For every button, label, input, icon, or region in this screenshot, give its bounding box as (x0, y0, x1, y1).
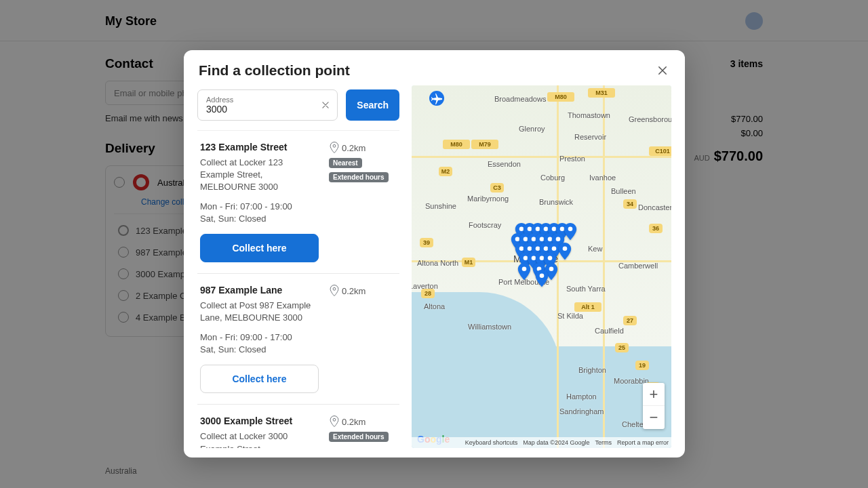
highway-shield: 39 (420, 238, 433, 247)
highway-shield: M2 (439, 167, 452, 176)
result-address: Collect at Locker 3000 Example Street, M… (200, 430, 319, 448)
highway-shield: 34 (623, 199, 637, 209)
result-hours: Mon - Fri: 09:00 - 17:00Sat, Sun: Closed (200, 331, 319, 357)
city-label: St Kilda (557, 312, 583, 320)
highway-shield: 28 (421, 289, 435, 298)
city-label: South Yarra (566, 285, 606, 293)
highway-shield: M80 (547, 92, 574, 102)
distance-value: 0.2km (342, 143, 366, 153)
highway-shield: Alt 1 (574, 302, 601, 312)
result-address: Collect at Locker 123 Example Street, ME… (200, 157, 319, 194)
address-input[interactable]: Address 3000 (197, 89, 338, 121)
city-label: Williamstown (468, 323, 511, 331)
pin-icon (329, 142, 340, 154)
city-label: Altona (424, 302, 445, 310)
city-label: Maribyrnong (467, 195, 509, 203)
city-label: Essendon (488, 160, 521, 168)
highway-shield: C101 (649, 146, 671, 156)
highway-shield: M80 (443, 140, 470, 149)
report-error-link[interactable]: Report a map error (617, 439, 669, 446)
highway-shield: C3 (490, 183, 504, 192)
modal-title: Find a collection point (199, 62, 350, 79)
highway-shield: 25 (615, 343, 629, 352)
result-card: 123 Example Street Collect at Locker 123… (197, 131, 399, 274)
map-footer: Keyboard shortcuts Map data ©2024 Google… (412, 437, 671, 448)
distance-row: 0.2km (329, 142, 366, 154)
city-label: Caulfield (595, 327, 624, 335)
results-column: Address 3000 Search 123 Example Street C… (197, 85, 399, 448)
highway-shield: M1 (462, 258, 475, 267)
city-label: Altona North (417, 259, 458, 267)
city-label: Sunshine (425, 202, 456, 210)
map-marker[interactable] (564, 223, 577, 241)
result-name: 3000 Example Street (200, 415, 319, 426)
city-label: Sandringham (559, 407, 604, 415)
city-label: Glenroy (519, 125, 545, 133)
city-label: Footscray (469, 221, 501, 229)
nearest-badge: Nearest (329, 158, 362, 168)
map-marker[interactable] (517, 263, 531, 281)
collection-point-modal: Find a collection point Address 3000 Sea… (184, 50, 685, 458)
keyboard-shortcuts-link[interactable]: Keyboard shortcuts (465, 439, 518, 446)
highway-shield: M79 (471, 140, 498, 149)
city-label: Coburg (540, 174, 565, 182)
result-name: 123 Example Street (200, 142, 319, 152)
highway-shield: M31 (588, 88, 615, 98)
map-marker[interactable] (535, 270, 549, 287)
city-label: Doncaster (638, 203, 671, 211)
distance-value: 0.2km (342, 286, 366, 296)
zoom-in-button[interactable]: + (643, 383, 665, 406)
result-address: Collect at Post 987 Example Lane, MELBOU… (200, 300, 319, 324)
city-label: Bulleen (611, 187, 636, 195)
extended-hours-badge: Extended hours (329, 432, 389, 442)
highway-shield: 36 (649, 224, 663, 233)
modal-header: Find a collection point (184, 50, 685, 85)
airport-icon (429, 90, 445, 106)
highway-shield: 27 (623, 316, 637, 325)
map-marker[interactable] (558, 243, 572, 260)
result-hours: Mon - Fri: 07:00 - 19:00Sat, Sun: Closed (200, 201, 319, 226)
extended-hours-badge: Extended hours (329, 172, 389, 182)
city-label: Broadmeadows (494, 95, 546, 103)
city-label: Preston (559, 155, 585, 163)
collect-here-button[interactable]: Collect here (200, 365, 319, 393)
city-label: Greensborough (629, 115, 671, 123)
collect-here-button[interactable]: Collect here (200, 234, 319, 262)
city-label: Thomastown (568, 111, 610, 119)
distance-row: 0.2km (329, 285, 366, 297)
distance-row: 0.2km (329, 415, 366, 428)
distance-value: 0.2km (342, 417, 366, 427)
result-card: 987 Example Lane Collect at Post 987 Exa… (197, 274, 399, 405)
zoom-out-button[interactable]: − (643, 406, 665, 429)
city-label: Brunswick (539, 198, 573, 206)
map[interactable]: ThomastownBroadmeadowsGreensboroughReser… (412, 85, 671, 448)
result-name: 987 Example Lane (200, 285, 319, 296)
city-label: Kew (588, 245, 602, 253)
result-card: 3000 Example Street Collect at Locker 30… (197, 405, 399, 448)
clear-icon[interactable] (319, 99, 332, 111)
address-input-label: Address (206, 96, 317, 104)
city-label: Camberwell (618, 262, 658, 270)
map-data-label: Map data ©2024 Google (523, 439, 589, 446)
search-button[interactable]: Search (346, 89, 399, 121)
city-label: Hampton (566, 392, 597, 401)
city-label: Reservoir (574, 133, 606, 141)
results-list[interactable]: 123 Example Street Collect at Locker 123… (197, 130, 399, 448)
address-input-value: 3000 (206, 104, 317, 115)
terms-link[interactable]: Terms (595, 439, 612, 446)
search-row: Address 3000 Search (197, 89, 399, 121)
city-label: Ivanhoe (589, 174, 616, 182)
pin-icon (329, 415, 340, 428)
highway-shield: 19 (635, 361, 649, 370)
pin-icon (329, 285, 340, 297)
map-zoom-controls: + − (643, 383, 665, 429)
close-icon[interactable] (655, 63, 670, 78)
city-label: Brighton (578, 366, 606, 374)
